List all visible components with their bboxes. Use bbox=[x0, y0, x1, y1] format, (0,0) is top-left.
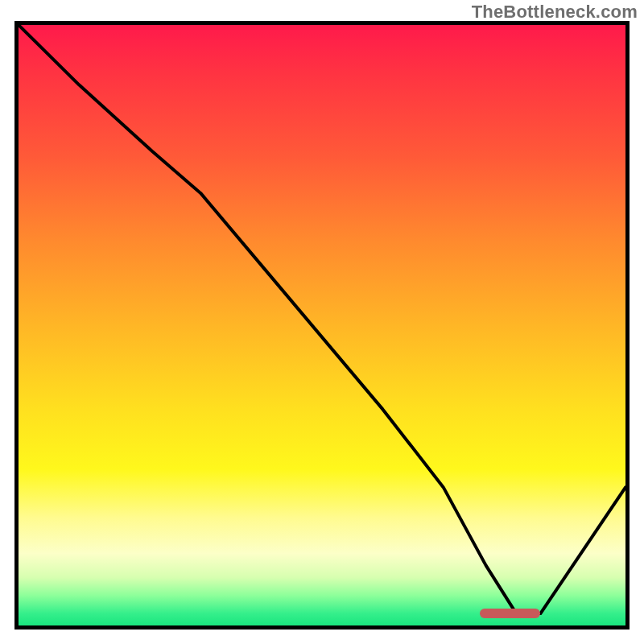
watermark-text: TheBottleneck.com bbox=[472, 2, 638, 23]
chart-frame bbox=[14, 21, 630, 630]
optimal-range-marker bbox=[480, 609, 540, 618]
chart-container: TheBottleneck.com bbox=[0, 0, 644, 644]
curve-svg bbox=[19, 25, 625, 625]
bottleneck-curve-line bbox=[19, 25, 625, 613]
